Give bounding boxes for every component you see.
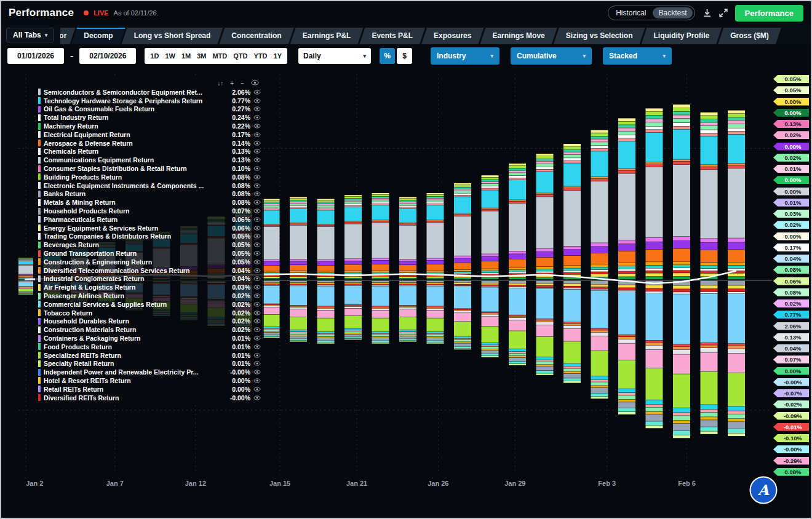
legend-item[interactable]: Technology Hardware Storage & Peripheral… (38, 97, 261, 105)
legend-item[interactable]: Specialized REITs Return0.01% (38, 351, 261, 360)
visibility-eye-icon[interactable] (253, 293, 261, 298)
visibility-eye-icon[interactable] (253, 175, 261, 180)
legend-item[interactable]: Tobacco Return0.02% (38, 309, 261, 317)
legend-item[interactable]: Building Products Return0.08% (38, 173, 261, 181)
visibility-eye-icon[interactable] (253, 336, 261, 341)
visibility-eye-icon[interactable] (253, 370, 261, 374)
visibility-eye-icon[interactable] (253, 183, 261, 188)
legend-item[interactable]: Construction & Engineering Return0.05% (38, 258, 261, 266)
legend-item[interactable]: Diversified REITs Return-0.00% (38, 394, 261, 402)
tab-gross-m[interactable]: Gross ($M) (718, 28, 781, 44)
legend-item[interactable]: Aerospace & Defense Return0.14% (38, 139, 261, 148)
legend-item[interactable]: Containers & Packaging Return0.01% (38, 334, 261, 343)
visibility-eye-icon[interactable] (253, 260, 261, 264)
sort-icon[interactable]: ↓↑ (217, 80, 223, 87)
visibility-eye-icon[interactable] (253, 166, 261, 171)
tab-concentration[interactable]: Concentration (219, 28, 293, 44)
visibility-eye-icon[interactable] (253, 302, 261, 307)
legend-item[interactable]: Electronic Equipment Instruments & Compo… (38, 181, 261, 190)
download-icon[interactable] (703, 9, 712, 18)
legend-item[interactable]: Ground Transportation Return0.05% (38, 249, 261, 258)
legend-item[interactable]: Beverages Return0.05% (38, 240, 261, 249)
period-qtd[interactable]: QTD (233, 52, 247, 60)
visibility-eye-icon[interactable] (253, 191, 261, 196)
legend-item[interactable]: Commercial Services & Supplies Return0.0… (38, 300, 261, 309)
legend-item[interactable]: Consumer Staples Distribution & Retail R… (38, 164, 261, 173)
visibility-eye-icon[interactable] (253, 124, 261, 129)
period-ytd[interactable]: YTD (254, 52, 268, 60)
period-1d[interactable]: 1D (150, 52, 159, 60)
period-1w[interactable]: 1W (165, 52, 175, 60)
date-from-input[interactable] (7, 48, 64, 64)
legend-item[interactable]: Hotel & Resort REITs Return0.00% (38, 376, 261, 385)
visibility-eye-icon[interactable] (253, 90, 261, 95)
visibility-eye-icon[interactable] (253, 387, 261, 392)
legend-item[interactable]: Energy Equipment & Services Return0.06% (38, 224, 261, 232)
tab-events-p-l[interactable]: Events P&L (359, 28, 425, 44)
visibility-eye-icon[interactable] (253, 106, 261, 111)
legend-item[interactable]: Diversified Telecommunication Services R… (38, 266, 261, 275)
visibility-eye-icon[interactable] (253, 98, 261, 103)
legend-item[interactable]: Construction Materials Return0.02% (38, 325, 261, 334)
visibility-eye-icon[interactable] (253, 353, 261, 358)
legend-item[interactable]: Food Products Return0.01% (38, 343, 261, 351)
visibility-eye-icon[interactable] (253, 141, 261, 146)
dollar-unit-button[interactable]: $ (397, 48, 412, 64)
visibility-eye-icon[interactable] (251, 80, 259, 87)
legend-item[interactable]: Total Industry Return0.24% (38, 113, 261, 122)
legend-item[interactable]: Machinery Return0.22% (38, 122, 261, 130)
expand-icon[interactable] (719, 9, 728, 17)
legend-item[interactable]: Banks Return0.08% (38, 190, 261, 199)
date-to-input[interactable] (79, 48, 136, 64)
visibility-eye-icon[interactable] (253, 319, 261, 323)
tab-exposures[interactable]: Exposures (421, 28, 484, 44)
frequency-select[interactable]: Daily ▾ (298, 48, 371, 64)
legend-item[interactable]: Electrical Equipment Return0.17% (38, 130, 261, 139)
legend-item[interactable]: Trading Companies & Distributors Return0… (38, 232, 261, 241)
visibility-eye-icon[interactable] (253, 378, 261, 383)
display-mode-select[interactable]: Stacked ▾ (603, 47, 672, 65)
visibility-eye-icon[interactable] (253, 285, 261, 290)
visibility-eye-icon[interactable] (253, 395, 261, 400)
visibility-eye-icon[interactable] (253, 226, 261, 231)
legend-item[interactable]: Household Durables Return0.02% (38, 317, 261, 326)
period-1y[interactable]: 1Y (274, 52, 282, 60)
legend-item[interactable]: Household Products Return0.07% (38, 207, 261, 215)
tab-decomp[interactable]: Decomp (71, 28, 125, 44)
visibility-eye-icon[interactable] (253, 361, 261, 366)
visibility-eye-icon[interactable] (253, 157, 261, 162)
legend-item[interactable]: Oil Gas & Consumable Fuels Return0.27% (38, 105, 261, 114)
visibility-eye-icon[interactable] (253, 344, 261, 349)
visibility-eye-icon[interactable] (253, 234, 261, 239)
legend-item[interactable]: Air Freight & Logistics Return0.03% (38, 283, 261, 291)
move-icon[interactable]: + (230, 80, 234, 87)
visibility-eye-icon[interactable] (253, 115, 261, 120)
aggregation-select[interactable]: Cumulative ▾ (511, 47, 592, 65)
legend-item[interactable]: Semiconductors & Semiconductor Equipment… (38, 88, 261, 97)
visibility-eye-icon[interactable] (253, 149, 261, 154)
period-1m[interactable]: 1M (181, 52, 191, 60)
legend-item[interactable]: Communications Equipment Return0.13% (38, 156, 261, 164)
visibility-eye-icon[interactable] (253, 217, 261, 222)
visibility-eye-icon[interactable] (253, 327, 261, 332)
visibility-eye-icon[interactable] (253, 132, 261, 137)
collapse-icon[interactable]: − (241, 80, 244, 87)
legend-item[interactable]: Pharmaceuticals Return0.06% (38, 215, 261, 224)
visibility-eye-icon[interactable] (253, 268, 261, 273)
tab-sizing-vs-selection[interactable]: Sizing vs Selection (554, 28, 645, 44)
visibility-eye-icon[interactable] (253, 276, 261, 281)
visibility-eye-icon[interactable] (253, 242, 261, 247)
period-mtd[interactable]: MTD (212, 52, 227, 60)
legend-item[interactable]: Passenger Airlines Return0.02% (38, 291, 261, 300)
legend-item[interactable]: Specialty Retail Return0.01% (38, 360, 261, 368)
visibility-eye-icon[interactable] (253, 251, 261, 256)
legend-item[interactable]: Retail REITs Return0.00% (38, 385, 261, 394)
legend-item[interactable]: Chemicals Return0.13% (38, 148, 261, 156)
tab-liquidity-profile[interactable]: Liquidity Profile (642, 28, 722, 44)
toggle-historical[interactable]: Historical (610, 7, 651, 18)
legend-item[interactable]: Industrial Conglomerates Return0.04% (38, 275, 261, 283)
brand-logo[interactable]: A (749, 476, 778, 504)
visibility-eye-icon[interactable] (253, 311, 261, 315)
visibility-eye-icon[interactable] (253, 200, 261, 205)
performance-button[interactable]: Performance (735, 5, 803, 22)
